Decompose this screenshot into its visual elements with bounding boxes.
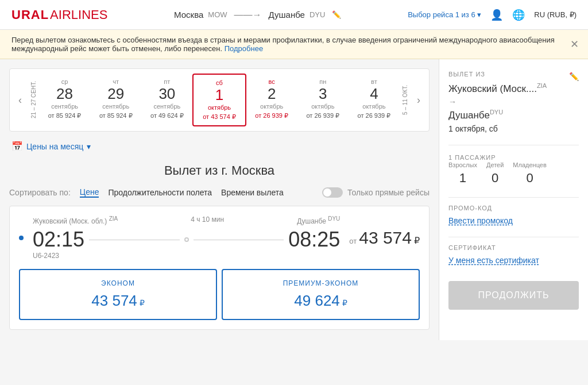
tariff-card-1[interactable]: ПРЕМИУМ-ЭКОНОМ 49 624 ₽ [222, 269, 420, 320]
date-picker: ‹ 21 – 27 СЕНТ. СР 28 сентябрь от 85 924… [9, 68, 430, 132]
prices-link[interactable]: 📅 Цены на месяц ▾ [9, 141, 430, 152]
date-col-1[interactable]: ЧТ 29 сентябрь от 85 924 ₽ [90, 74, 141, 126]
route-arrow: ——→ [234, 10, 262, 20]
date-price: от 26 939 ₽ [300, 112, 346, 120]
close-icon[interactable]: ✕ [570, 38, 579, 51]
children-count: 0 [486, 171, 504, 186]
date-col-2[interactable]: ПТ 30 сентябрь от 49 624 ₽ [141, 74, 192, 126]
route-info: Москва MOW ——→ Душанбе DYU ✏️ [174, 10, 341, 20]
edit-depart-icon[interactable]: ✏️ [569, 72, 579, 81]
flight-details: Жуковский (Моск. обл.) ZIA 4 ч 10 мин Ду… [33, 215, 340, 260]
main-content: ‹ 21 – 27 СЕНТ. СР 28 сентябрь от 85 924… [0, 59, 588, 340]
date-num: 3 [300, 85, 346, 103]
logo-airlines: AIRLINES [50, 7, 107, 22]
date-col-4[interactable]: ВС 2 октябрь от 26 939 ₽ [246, 74, 297, 126]
adults-count: 1 [448, 171, 477, 186]
to-city: Душанбе [269, 10, 305, 20]
globe-icon[interactable]: 🌐 [512, 9, 525, 21]
header: URAL AIRLINES Москва MOW ——→ Душанбе DYU… [0, 0, 588, 30]
divider-2 [448, 197, 579, 198]
logo-ural: URAL [11, 7, 49, 22]
sort-by-duration[interactable]: Продолжительности полета [108, 188, 212, 197]
day-label: ЧТ [92, 78, 139, 85]
flight-price: 43 574 [359, 228, 412, 248]
promo-label: ПРОМО-КОД [448, 205, 579, 211]
edit-route-icon[interactable]: ✏️ [332, 10, 341, 19]
divider-1 [448, 145, 579, 145]
children-label: Детей [486, 161, 504, 168]
month-label: октябрь [249, 103, 295, 110]
tariff-name: ЭКОНОМ [29, 279, 207, 287]
date-col-5[interactable]: ПН 3 октябрь от 26 939 ₽ [297, 74, 349, 126]
arrive-time: 08:25 [288, 228, 340, 252]
date-num: 28 [41, 85, 88, 103]
tariff-price: 49 624 ₽ [232, 292, 409, 310]
sort-by-price[interactable]: Цене [80, 187, 99, 198]
price-currency: ₽ [414, 235, 420, 246]
tariff-card-0[interactable]: ЭКОНОМ 43 574 ₽ [19, 269, 217, 320]
date-price: от 26 939 ₽ [249, 112, 295, 120]
sidebar-date: 1 октября, сб [448, 124, 579, 133]
passengers: Взрослых 1 Детей 0 Младенцев 0 [448, 161, 579, 186]
date-num: 1 [196, 86, 242, 104]
lang-text[interactable]: RU (RUB, ₽) [534, 10, 577, 19]
day-label: СБ [196, 79, 242, 86]
day-label: ПТ [144, 78, 190, 85]
logo: URAL AIRLINES [11, 7, 107, 22]
prev-week-button[interactable]: ‹ [12, 94, 28, 106]
infants-label: Младенцев [513, 161, 546, 168]
dates-container: СР 28 сентябрь от 85 924 ₽ ЧТ 29 сентябр… [39, 74, 400, 126]
depart-label: ВЫЛЕТ ИЗ [448, 71, 485, 78]
flight-number: U6-2423 [33, 252, 340, 260]
day-label: ПН [300, 78, 346, 85]
month-label: октябрь [196, 104, 242, 111]
tariff-price: 43 574 ₽ [29, 292, 207, 310]
date-col-0[interactable]: СР 28 сентябрь от 85 924 ₽ [39, 74, 90, 126]
date-num: 4 [351, 85, 397, 103]
divider-3 [448, 237, 579, 237]
month-label: сентябрь [144, 103, 190, 110]
sort-label: Сортировать по: [9, 188, 71, 197]
next-week-button[interactable]: › [411, 94, 427, 106]
toggle-box[interactable] [322, 187, 343, 198]
sidebar-from-city: Жуковский (Моск....ZIA [448, 82, 579, 95]
infants-count: 0 [513, 171, 546, 186]
price-from: от 43 574 ₽ [349, 228, 420, 248]
infants-col: Младенцев 0 [513, 161, 546, 186]
date-col-6[interactable]: ВТ 4 октябрь от 26 939 ₽ [349, 74, 400, 126]
flight-select-label[interactable]: Выбор рейса 1 из 6 ▾ [408, 10, 481, 19]
continue-button[interactable]: ПРОДОЛЖИТЬ [448, 281, 579, 310]
notice-link[interactable]: Подробнее [225, 44, 263, 53]
adults-col: Взрослых 1 [448, 161, 477, 186]
from-label: от [349, 237, 357, 245]
children-col: Детей 0 [486, 161, 504, 186]
flight-card: Жуковский (Моск. обл.) ZIA 4 ч 10 мин Ду… [9, 206, 430, 330]
sort-by-time[interactable]: Времени вылета [221, 188, 284, 197]
date-num: 29 [92, 85, 139, 103]
from-airport-label: Жуковский (Моск. обл.) ZIA [33, 215, 118, 225]
cert-link[interactable]: У меня есть сертификат [448, 256, 539, 265]
duration-line [89, 237, 284, 242]
line-dot [184, 237, 189, 242]
month-label: октябрь [351, 103, 397, 110]
notice-text: Перед вылетом ознакомьтесь с особенностя… [11, 36, 555, 53]
airport-labels: Жуковский (Моск. обл.) ZIA 4 ч 10 мин Ду… [33, 215, 340, 225]
duration-label: 4 ч 10 мин [120, 215, 295, 225]
direct-only-toggle[interactable]: Только прямые рейсы [322, 187, 430, 198]
day-label: ВС [249, 78, 295, 85]
sidebar-promo-section: ПРОМО-КОД Ввести промокод [448, 205, 579, 225]
week-label-left: 21 – 27 СЕНТ. [28, 81, 39, 118]
user-icon[interactable]: 👤 [490, 9, 503, 21]
adults-label: Взрослых [448, 161, 477, 168]
promo-link[interactable]: Ввести промокод [448, 216, 513, 225]
month-label: сентябрь [41, 103, 88, 110]
from-code: MOW [208, 10, 227, 19]
date-col-3[interactable]: СБ 1 октябрь от 43 574 ₽ [192, 74, 246, 126]
flight-header: Вылет из г. Москва [9, 163, 430, 178]
to-airport-label: Душанбе DYU [297, 215, 340, 225]
sidebar-depart-section: ВЫЛЕТ ИЗ ✏️ Жуковский (Моск....ZIA → Душ… [448, 71, 579, 133]
tariff-row: ЭКОНОМ 43 574 ₽ ПРЕМИУМ-ЭКОНОМ 49 624 ₽ [19, 269, 420, 320]
left-panel: ‹ 21 – 27 СЕНТ. СР 28 сентябрь от 85 924… [0, 59, 439, 340]
date-price: от 26 939 ₽ [351, 112, 397, 120]
cert-label: СЕРТИФИКАТ [448, 244, 579, 251]
